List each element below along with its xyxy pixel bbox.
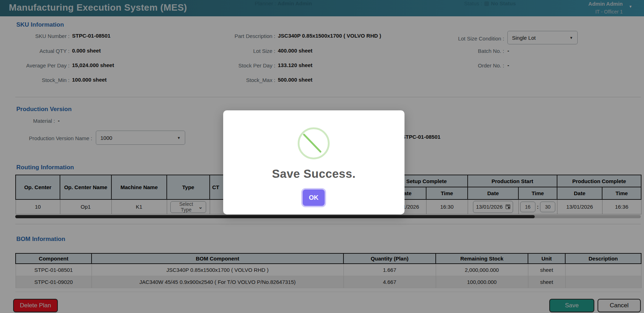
save-success-modal: Save Success. OK — [223, 110, 404, 214]
mes-page: Planner : Admin Admin Status :No Status … — [0, 0, 644, 313]
ok-button[interactable]: OK — [303, 190, 325, 206]
modal-message: Save Success. — [223, 167, 404, 181]
